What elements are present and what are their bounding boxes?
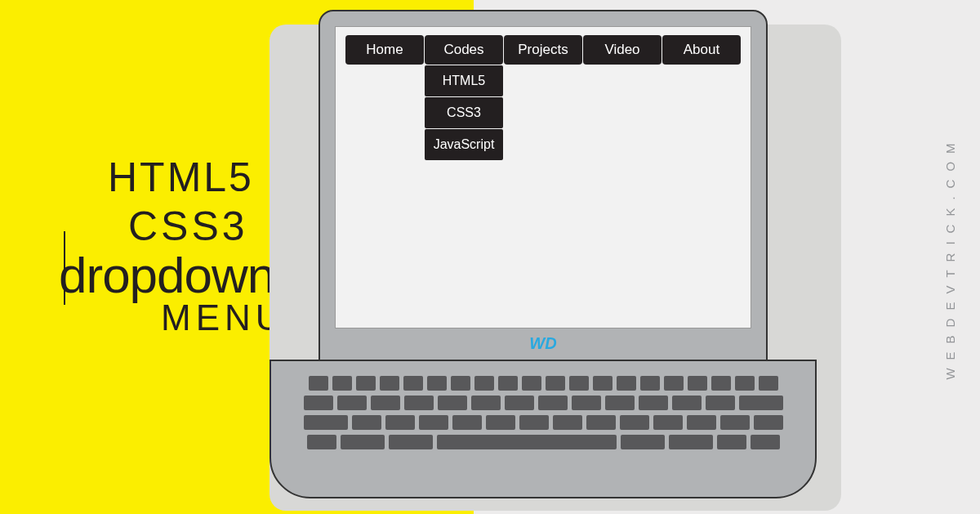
menu-label: Codes [443,42,483,57]
key [371,396,400,410]
key-spacebar [437,435,617,449]
key [759,376,778,391]
key [754,415,783,430]
site-url: WEBDEVTRICK.COM [943,135,957,379]
laptop-base [270,360,817,498]
key [519,415,549,430]
key [505,396,534,410]
key [572,396,601,410]
menu-bar: Home Codes HTML5 CSS3 JavaScript [345,35,741,65]
key [706,396,735,410]
key [717,435,746,449]
title-block: HTML5 CSS3 dropdown MENU [59,154,287,338]
key [389,435,433,449]
key [672,396,702,410]
dropdown-label: HTML5 [443,74,485,87]
key [538,396,568,410]
key [356,376,376,391]
key-row [302,415,784,430]
dropdown-label: JavaScript [434,137,495,151]
menu-item-video[interactable]: Video [583,35,662,65]
key [569,376,589,391]
key [332,376,352,391]
key [688,376,707,391]
key [307,435,336,449]
menu-label: Video [604,42,639,57]
key [653,415,683,430]
key [640,376,660,391]
key [337,396,367,410]
key [471,396,501,410]
key [385,415,415,430]
key [352,415,381,430]
menu-label: About [684,42,719,57]
menu-label: Home [366,42,403,57]
key [419,415,448,430]
dropdown-item-javascript[interactable]: JavaScript [425,129,503,160]
key [474,376,494,391]
key [304,396,333,410]
key [341,435,385,449]
key [438,396,467,410]
key [452,415,482,430]
laptop-screen: Home Codes HTML5 CSS3 JavaScript [335,26,751,329]
key [593,376,612,391]
key-row [302,376,784,391]
key [751,435,780,449]
key [404,396,434,410]
key [711,376,731,391]
key [403,376,423,391]
key [546,376,565,391]
laptop-screen-frame: Home Codes HTML5 CSS3 JavaScript [318,10,768,361]
key [605,396,635,410]
menu-item-projects[interactable]: Projects [504,35,582,65]
dropdown-item-css3[interactable]: CSS3 [425,97,503,128]
dropdown-item-html5[interactable]: HTML5 [425,65,503,96]
key [309,376,328,391]
menu-label: Projects [518,42,568,57]
key [687,415,716,430]
key [621,435,665,449]
key [664,376,684,391]
dropdown-label: CSS3 [447,105,481,119]
key [522,376,541,391]
key-row [302,435,784,449]
menu-item-home[interactable]: Home [345,35,424,65]
title-html5: HTML5 [108,154,287,201]
key [735,376,755,391]
key [553,415,582,430]
key [451,376,470,391]
key [739,396,783,410]
key [304,415,348,430]
key [669,435,713,449]
menu-item-about[interactable]: About [662,35,741,65]
key [617,376,636,391]
laptop: Home Codes HTML5 CSS3 JavaScript [261,10,825,504]
laptop-logo: WD [529,334,556,353]
dropdown-menu: HTML5 CSS3 JavaScript [425,65,503,161]
key [720,415,750,430]
key-row [302,396,784,410]
menu-item-codes[interactable]: Codes HTML5 CSS3 JavaScript [425,35,503,65]
keyboard [302,376,784,454]
key [586,415,616,430]
title-dropdown: dropdown [59,246,287,304]
key [620,415,649,430]
key [486,415,515,430]
key [427,376,447,391]
key [380,376,399,391]
key [639,396,668,410]
key [498,376,518,391]
